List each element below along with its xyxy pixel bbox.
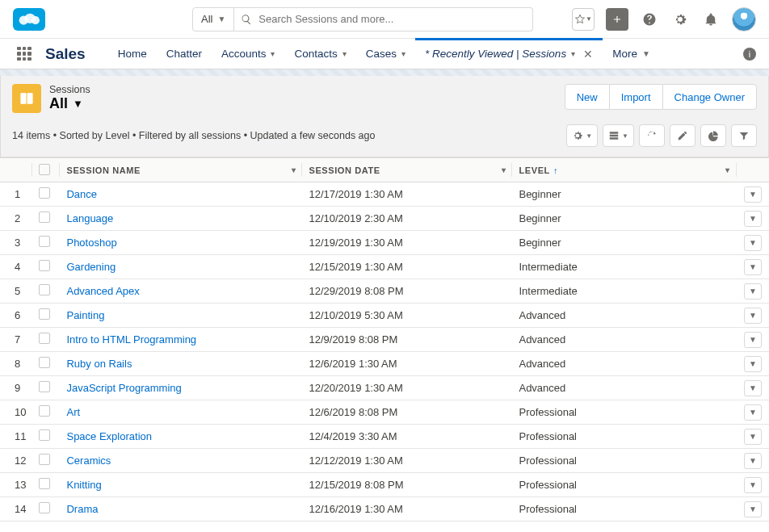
col-session-name[interactable]: SESSION NAME▾ [60, 158, 302, 182]
session-name-link[interactable]: Ruby on Rails [66, 358, 132, 370]
row-action-menu[interactable]: ▼ [744, 308, 762, 324]
nav-item-chatter[interactable]: Chatter [157, 39, 212, 69]
row-checkbox-cell[interactable] [32, 473, 60, 497]
chevron-down-icon[interactable]: ▾ [571, 49, 575, 58]
row-checkbox-cell[interactable] [32, 425, 60, 449]
new-button[interactable]: New [565, 84, 610, 110]
session-name-link[interactable]: Photoshop [66, 237, 116, 249]
refresh-button[interactable] [639, 124, 665, 147]
session-name-link[interactable]: Dance [66, 188, 97, 200]
chevron-down-icon[interactable]: ▾ [292, 165, 296, 174]
nav-item-sessions-active[interactable]: * Recently Viewed | Sessions ▾ ✕ [415, 39, 603, 69]
session-name-link[interactable]: Drama [66, 503, 98, 515]
session-name-link[interactable]: Knitting [66, 479, 101, 491]
close-tab-button[interactable]: ✕ [583, 48, 593, 61]
list-view-picker[interactable]: All ▼ [49, 95, 90, 112]
row-checkbox[interactable] [39, 260, 50, 271]
chevron-down-icon[interactable]: ▾ [401, 49, 406, 58]
row-checkbox-cell[interactable] [32, 449, 60, 473]
row-checkbox[interactable] [39, 405, 50, 417]
import-button[interactable]: Import [610, 84, 662, 110]
setup-button[interactable] [670, 10, 690, 29]
session-name-link[interactable]: Language [66, 212, 113, 224]
row-checkbox[interactable] [39, 381, 50, 392]
row-action-menu[interactable]: ▼ [744, 283, 762, 300]
list-controls-button[interactable]: ▼ [566, 124, 598, 147]
col-session-date[interactable]: SESSION DATE▾ [302, 158, 512, 182]
row-checkbox-cell[interactable] [32, 182, 60, 207]
row-checkbox-cell[interactable] [32, 497, 60, 522]
session-name-link[interactable]: Painting [66, 309, 104, 321]
row-checkbox[interactable] [39, 333, 50, 344]
help-button[interactable] [640, 10, 659, 29]
row-action-menu[interactable]: ▼ [744, 259, 762, 275]
row-action-menu[interactable]: ▼ [744, 501, 762, 517]
chart-button[interactable] [700, 124, 726, 147]
row-checkbox[interactable] [39, 284, 50, 295]
filter-button[interactable] [731, 124, 757, 147]
nav-item-contacts[interactable]: Contacts▾ [284, 39, 355, 69]
nav-item-home[interactable]: Home [108, 39, 157, 69]
chevron-down-icon[interactable]: ▾ [342, 49, 347, 58]
inline-edit-button[interactable] [670, 124, 695, 147]
session-name-link[interactable]: Art [66, 406, 80, 418]
search-input[interactable] [258, 13, 526, 25]
col-level[interactable]: LEVEL↑▾ [512, 158, 737, 182]
session-name-link[interactable]: Ceramics [66, 455, 111, 467]
chevron-down-icon[interactable]: ▾ [271, 49, 275, 58]
change-owner-button[interactable]: Change Owner [662, 84, 757, 110]
global-actions-button[interactable] [606, 8, 628, 31]
session-name-link[interactable]: Advanced Apex [66, 285, 139, 297]
search-box[interactable] [234, 7, 533, 31]
row-action-menu[interactable]: ▼ [744, 186, 762, 203]
row-checkbox-cell[interactable] [32, 231, 60, 255]
row-checkbox[interactable] [39, 357, 50, 368]
nav-item-more[interactable]: More▼ [603, 39, 660, 69]
row-checkbox[interactable] [39, 212, 50, 223]
app-launcher-button[interactable] [13, 39, 36, 69]
row-checkbox[interactable] [39, 454, 50, 465]
row-action-menu[interactable]: ▼ [744, 380, 762, 396]
nav-item-cases[interactable]: Cases▾ [356, 39, 415, 69]
row-action-menu[interactable]: ▼ [744, 404, 762, 421]
row-checkbox[interactable] [39, 236, 50, 247]
row-action-menu[interactable]: ▼ [744, 477, 762, 493]
row-checkbox-cell[interactable] [32, 328, 60, 352]
session-name-link[interactable]: Space Exploration [66, 430, 152, 442]
info-icon[interactable]: i [743, 48, 756, 61]
row-checkbox[interactable] [39, 308, 50, 320]
row-checkbox[interactable] [39, 478, 50, 489]
search-scope-button[interactable]: All ▼ [192, 7, 234, 31]
row-checkbox-cell[interactable] [32, 400, 60, 425]
favorites-button[interactable]: ▼ [572, 8, 595, 31]
row-checkbox-cell[interactable] [32, 304, 60, 328]
row-action-menu[interactable]: ▼ [744, 235, 762, 251]
row-checkbox-cell[interactable] [32, 207, 60, 231]
session-name-link[interactable]: Intro to HTML Programming [66, 333, 196, 346]
row-checkbox[interactable] [39, 187, 50, 199]
row-action-menu[interactable]: ▼ [744, 332, 762, 348]
row-checkbox-cell[interactable] [32, 279, 60, 304]
user-avatar[interactable] [732, 7, 756, 31]
row-action-menu[interactable]: ▼ [744, 211, 762, 227]
app-launcher-icon [17, 47, 32, 61]
row-checkbox[interactable] [39, 502, 50, 513]
row-action-menu[interactable]: ▼ [744, 356, 762, 372]
level-cell: Advanced [512, 352, 737, 376]
row-checkbox-cell[interactable] [32, 376, 60, 400]
row-checkbox-cell[interactable] [32, 255, 60, 279]
session-name-cell: Advanced Apex [60, 279, 302, 304]
session-name-link[interactable]: Gardening [66, 261, 116, 273]
row-checkbox[interactable] [39, 429, 50, 441]
row-checkbox-cell[interactable] [32, 352, 60, 376]
nav-item-accounts[interactable]: Accounts▾ [212, 39, 285, 69]
notifications-button[interactable] [701, 10, 721, 29]
select-all-checkbox[interactable] [39, 164, 50, 175]
chevron-down-icon[interactable]: ▾ [725, 165, 730, 174]
row-action-menu[interactable]: ▼ [744, 453, 762, 469]
row-action-menu[interactable]: ▼ [744, 429, 762, 445]
col-checkbox[interactable] [32, 158, 60, 182]
display-as-button[interactable]: ▼ [603, 124, 634, 147]
session-name-link[interactable]: JavaScript Programming [66, 382, 181, 394]
chevron-down-icon[interactable]: ▾ [502, 165, 506, 174]
